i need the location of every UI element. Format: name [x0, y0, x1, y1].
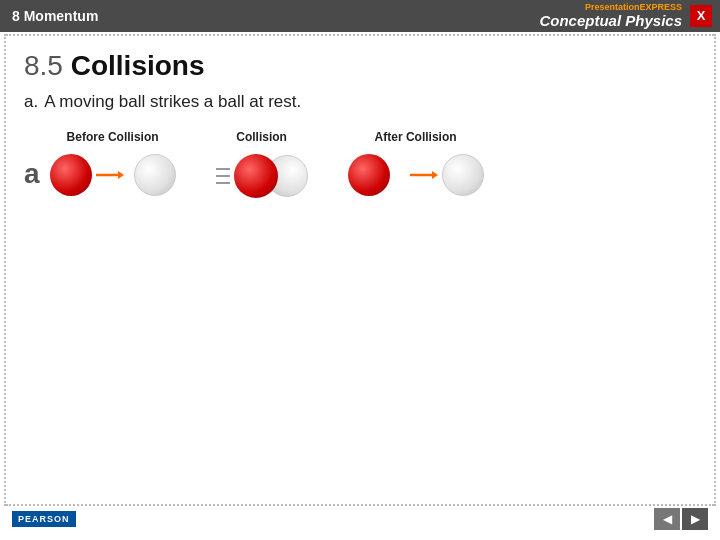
- header-right: PresentationEXPRESS Conceptual Physics X: [539, 3, 712, 29]
- motion-line-3: [216, 182, 230, 184]
- brand-presentation: Presentation: [585, 2, 640, 12]
- border-bottom: [6, 502, 714, 506]
- diagram-label-a: a: [24, 158, 40, 190]
- border-right: [712, 34, 716, 506]
- after-label: After Collision: [375, 130, 457, 144]
- motion-line-2: [216, 175, 230, 177]
- before-white-ball: [134, 154, 176, 196]
- nav-forward-button[interactable]: ▶: [682, 508, 708, 530]
- collision-label: Collision: [236, 130, 287, 144]
- after-white-ball: [442, 154, 484, 196]
- before-balls: [50, 154, 176, 196]
- before-red-ball: [50, 154, 92, 196]
- phase-after: After Collision: [348, 130, 484, 196]
- after-white-group: [410, 154, 484, 196]
- diagram-row: a Before Collision: [24, 130, 484, 198]
- brand-express: EXPRESS: [639, 2, 682, 12]
- collision-group: Before Collision: [50, 130, 484, 198]
- main-content: 8.5 Collisions a.A moving ball strikes a…: [0, 32, 720, 210]
- subtitle: a.A moving ball strikes a ball at rest.: [24, 92, 696, 112]
- brand-name: Conceptual Physics: [539, 13, 682, 30]
- before-red-group: [50, 154, 124, 196]
- item-label: a.: [24, 92, 38, 111]
- collision-red-ball: [234, 154, 278, 198]
- collision-balls: [216, 154, 308, 198]
- border-left: [4, 34, 8, 506]
- section-title: 8.5 Collisions: [24, 50, 696, 82]
- after-balls-row: [348, 154, 484, 196]
- svg-marker-3: [432, 171, 438, 179]
- nav-buttons: ◀ ▶: [654, 508, 708, 530]
- phase-collision: Collision: [216, 130, 308, 198]
- header-title: 8 Momentum: [12, 8, 98, 24]
- after-red-ball: [348, 154, 390, 196]
- phase-before: Before Collision: [50, 130, 176, 196]
- after-arrow: [410, 168, 438, 182]
- svg-marker-1: [118, 171, 124, 179]
- footer: PEARSON ◀ ▶: [12, 508, 708, 530]
- brand-box: PresentationEXPRESS Conceptual Physics: [539, 3, 682, 29]
- border-top: [6, 34, 714, 38]
- nav-back-button[interactable]: ◀: [654, 508, 680, 530]
- pearson-logo: PEARSON: [12, 511, 76, 527]
- motion-lines: [216, 168, 230, 184]
- before-arrow: [96, 168, 124, 182]
- diagram-area: a Before Collision: [24, 130, 696, 198]
- header: 8 Momentum PresentationEXPRESS Conceptua…: [0, 0, 720, 32]
- section-heading: Collisions: [71, 50, 205, 81]
- section-number: 8.5: [24, 50, 63, 81]
- close-button[interactable]: X: [690, 5, 712, 27]
- collision-balls-row: [216, 154, 308, 198]
- motion-line-1: [216, 168, 230, 170]
- item-text: A moving ball strikes a ball at rest.: [44, 92, 301, 111]
- before-label: Before Collision: [67, 130, 159, 144]
